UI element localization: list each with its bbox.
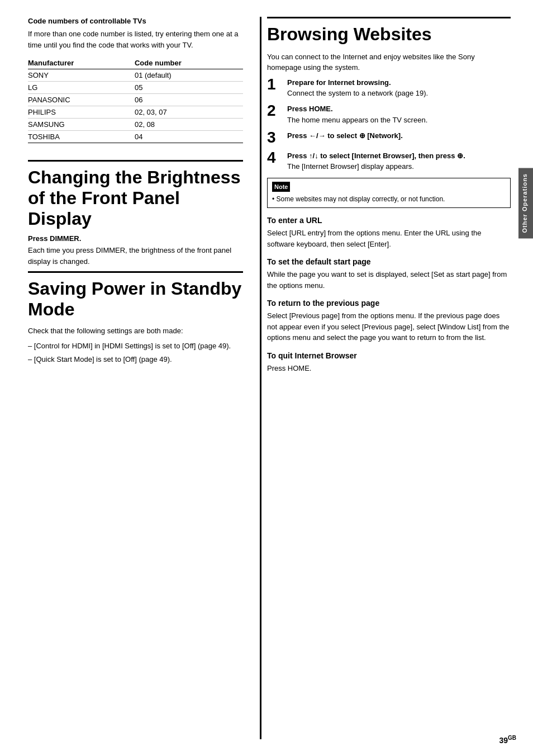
page-number: 39 xyxy=(499,736,508,745)
table-cell: 06 xyxy=(135,94,243,106)
step: 2Press HOME.The home menu appears on the… xyxy=(267,104,511,125)
table-cell: LG xyxy=(28,82,135,94)
page: Code numbers of controllable TVs If more… xyxy=(0,0,533,756)
step-content: Prepare for Internet browsing.Connect th… xyxy=(287,78,511,99)
right-column: Browsing Websites You can connect to the… xyxy=(260,17,511,739)
standby-body: Check that the following settings are bo… xyxy=(28,325,243,337)
standby-bullet-list: [Control for HDMI] in [HDMI Settings] is… xyxy=(28,341,243,365)
subsection-body: Select [Previous page] from the options … xyxy=(267,310,511,343)
step: 3Press ←/→ to select ⊕ [Network]. xyxy=(267,131,511,145)
browsing-title: Browsing Websites xyxy=(267,17,511,45)
table-cell: 02, 03, 07 xyxy=(135,106,243,119)
subsection-title: To set the default start page xyxy=(267,257,511,266)
code-section-intro: If more than one code number is listed, … xyxy=(28,29,243,50)
table-header-code: Code number xyxy=(135,57,243,69)
note-label: Note xyxy=(272,182,290,192)
left-column: Code numbers of controllable TVs If more… xyxy=(28,17,260,739)
table-cell: SAMSUNG xyxy=(28,119,135,131)
table-cell: PANASONIC xyxy=(28,94,135,106)
subsection-title: To quit Internet Browser xyxy=(267,351,511,360)
sidebar-label: Other Operations xyxy=(518,168,533,238)
table-cell: 04 xyxy=(135,131,243,143)
table-cell: SONY xyxy=(28,69,135,82)
table-cell: TOSHIBA xyxy=(28,131,135,143)
step-body: The home menu appears on the TV screen. xyxy=(287,115,511,126)
step-header: Press HOME. xyxy=(287,104,511,114)
note-box: Note • Some websites may not display cor… xyxy=(267,178,511,209)
step-number: 4 xyxy=(267,150,283,166)
subsection-title: To enter a URL xyxy=(267,216,511,225)
step-number: 3 xyxy=(267,130,283,145)
table-cell: 05 xyxy=(135,82,243,94)
subsection-body: While the page you want to set is displa… xyxy=(267,269,511,291)
table-cell: PHILIPS xyxy=(28,106,135,119)
list-item: [Control for HDMI] in [HDMI Settings] is… xyxy=(28,341,243,352)
list-item: [Quick Start Mode] is set to [Off] (page… xyxy=(28,354,243,365)
code-table: Manufacturer Code number SONY01 (default… xyxy=(28,57,243,143)
page-suffix: GB xyxy=(508,735,516,741)
brightness-section-title: Changing the Brightness of the Front Pan… xyxy=(28,160,243,229)
step: 1Prepare for Internet browsing.Connect t… xyxy=(267,78,511,99)
note-text: • Some websites may not display correctl… xyxy=(272,194,506,204)
brightness-body: Each time you press DIMMER, the brightne… xyxy=(28,245,243,267)
subsections-container: To enter a URLSelect [URL entry] from th… xyxy=(267,216,511,374)
subsection-body: Select [URL entry] from the options menu… xyxy=(267,228,511,249)
step: 4Press ↑/↓ to select [Internet Browser],… xyxy=(267,151,511,172)
standby-section-title: Saving Power in Standby Mode xyxy=(28,271,243,320)
step-header: Prepare for Internet browsing. xyxy=(287,78,511,88)
step-content: Press ↑/↓ to select [Internet Browser], … xyxy=(287,151,511,172)
step-content: Press ←/→ to select ⊕ [Network]. xyxy=(287,131,511,141)
table-cell: 02, 08 xyxy=(135,119,243,131)
step-header: Press ←/→ to select ⊕ [Network]. xyxy=(287,131,511,141)
brightness-sub-title: Press DIMMER. xyxy=(28,234,243,243)
step-body: Connect the system to a network (page 19… xyxy=(287,88,511,99)
subsection-title: To return to the previous page xyxy=(267,299,511,308)
code-section-title: Code numbers of controllable TVs xyxy=(28,17,243,25)
subsection-body: Press HOME. xyxy=(267,363,511,374)
step-number: 2 xyxy=(267,103,283,119)
step-body: The [Internet Browser] display appears. xyxy=(287,161,511,172)
step-header: Press ↑/↓ to select [Internet Browser], … xyxy=(287,151,511,161)
table-cell: 01 (default) xyxy=(135,69,243,82)
page-number-area: 39GB xyxy=(499,735,516,745)
table-header-manufacturer: Manufacturer xyxy=(28,57,135,69)
browsing-intro: You can connect to the Internet and enjo… xyxy=(267,51,511,73)
step-number: 1 xyxy=(267,77,283,92)
steps-container: 1Prepare for Internet browsing.Connect t… xyxy=(267,78,511,172)
step-content: Press HOME.The home menu appears on the … xyxy=(287,104,511,125)
